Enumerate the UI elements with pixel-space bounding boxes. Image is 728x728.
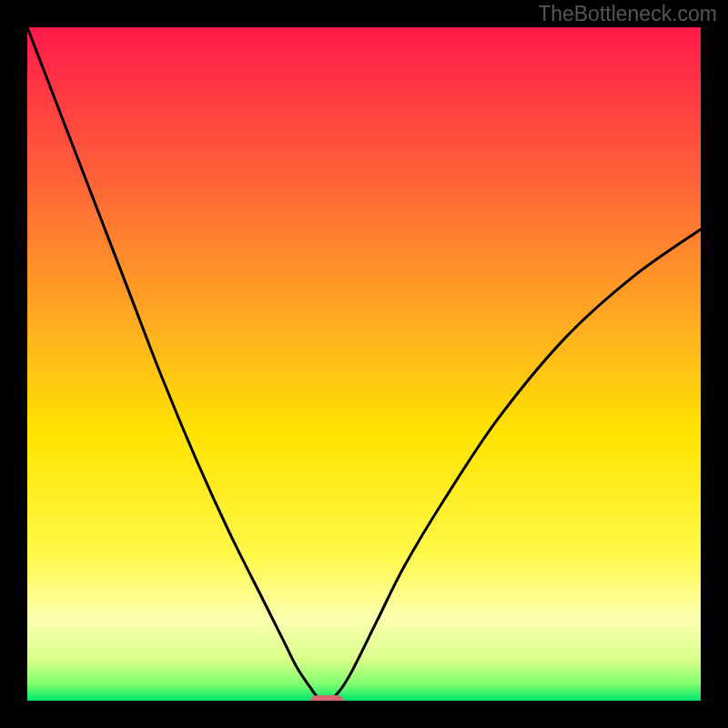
optimal-point-marker <box>310 695 344 701</box>
bottleneck-chart <box>27 27 701 701</box>
chart-frame <box>27 27 701 701</box>
watermark-text: TheBottleneck.com <box>538 2 717 26</box>
chart-background <box>27 27 701 701</box>
